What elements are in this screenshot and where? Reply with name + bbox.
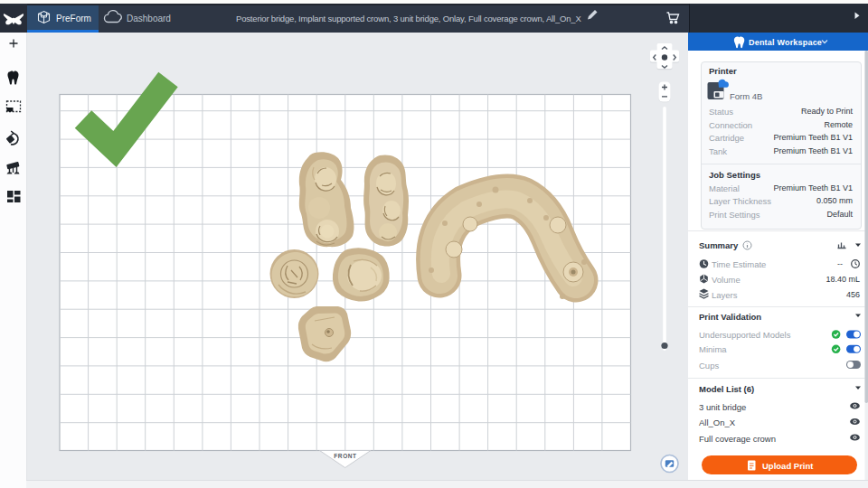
svg-text:FRONT: FRONT <box>334 453 356 459</box>
